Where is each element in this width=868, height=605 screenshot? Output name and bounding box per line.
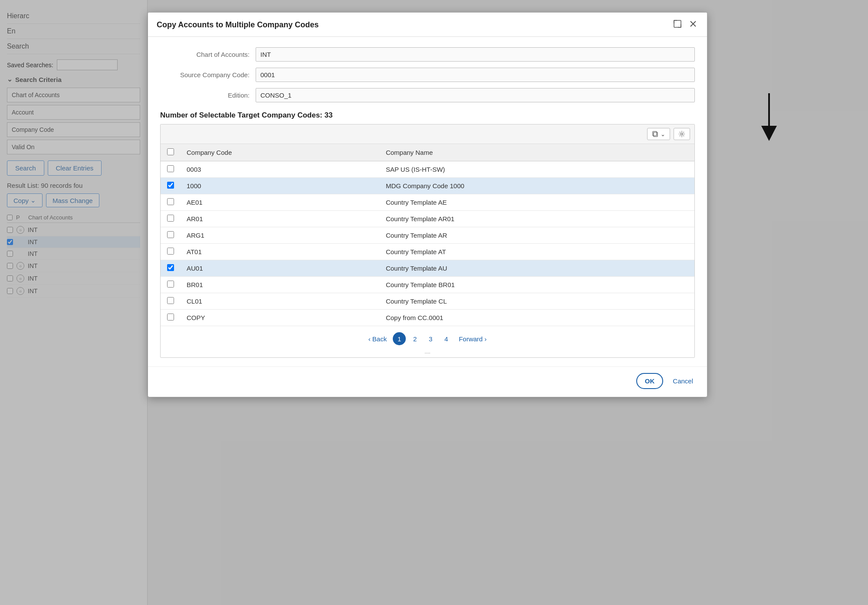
company-code-cell: AT01 xyxy=(181,244,380,260)
row-checkbox[interactable] xyxy=(167,248,174,255)
table-row: CL01Country Template CL xyxy=(161,293,694,310)
copy-icon xyxy=(652,131,659,137)
row-checkbox[interactable] xyxy=(167,215,174,222)
down-arrow xyxy=(756,93,782,141)
chart-of-accounts-input[interactable] xyxy=(256,47,695,62)
company-name-cell: Country Template AT xyxy=(380,244,694,260)
table-row: AR01Country Template AR01 xyxy=(161,211,694,227)
company-name-cell: Country Template CL xyxy=(380,293,694,310)
company-name-header: Company Name xyxy=(380,144,694,161)
edition-input[interactable] xyxy=(256,88,695,102)
page-4-button[interactable]: 4 xyxy=(440,332,453,345)
row-checkbox-cell[interactable] xyxy=(161,244,181,260)
company-name-cell: Copy from CC.0001 xyxy=(380,310,694,326)
table-row: ARG1Country Template AR xyxy=(161,227,694,244)
edition-label: Edition: xyxy=(160,92,256,99)
row-checkbox-cell[interactable] xyxy=(161,211,181,227)
dialog-title: Copy Accounts to Multiple Company Codes xyxy=(157,20,319,29)
company-code-cell: 0003 xyxy=(181,161,380,178)
copy-columns-button[interactable]: ⌄ xyxy=(647,128,670,140)
page-1-button[interactable]: 1 xyxy=(393,332,406,345)
row-checkbox-cell[interactable] xyxy=(161,310,181,326)
table-row: AT01Country Template AT xyxy=(161,244,694,260)
close-dialog-button[interactable] xyxy=(688,20,698,30)
settings-button[interactable] xyxy=(674,128,690,140)
table-toolbar: ⌄ xyxy=(161,124,694,144)
company-name-cell: SAP US (IS-HT-SW) xyxy=(380,161,694,178)
company-code-cell: 1000 xyxy=(181,178,380,194)
company-name-cell: MDG Company Code 1000 xyxy=(380,178,694,194)
row-checkbox[interactable] xyxy=(167,231,174,238)
company-name-cell: Country Template AR xyxy=(380,227,694,244)
table-wrapper: ⌄ Company Code Company Na xyxy=(160,124,695,358)
page-2-button[interactable]: 2 xyxy=(408,332,421,345)
svg-marker-7 xyxy=(761,126,777,141)
cancel-button[interactable]: Cancel xyxy=(669,376,697,386)
company-name-cell: Country Template BR01 xyxy=(380,277,694,293)
table-header-row: Company Code Company Name xyxy=(161,144,694,161)
svg-point-5 xyxy=(681,133,683,135)
company-name-cell: Country Template AU xyxy=(380,260,694,277)
source-company-code-row: Source Company Code: xyxy=(160,68,695,82)
svg-rect-0 xyxy=(674,20,681,27)
company-code-cell: AU01 xyxy=(181,260,380,277)
row-checkbox-cell[interactable] xyxy=(161,178,181,194)
forward-button[interactable]: Forward › xyxy=(455,334,490,344)
page-3-button[interactable]: 3 xyxy=(424,332,437,345)
table-row: 0003SAP US (IS-HT-SW) xyxy=(161,161,694,178)
gear-icon xyxy=(678,131,685,137)
expand-dialog-button[interactable] xyxy=(671,19,684,31)
table-row: BR01Country Template BR01 xyxy=(161,277,694,293)
back-button[interactable]: ‹ Back xyxy=(365,334,391,344)
row-checkbox[interactable] xyxy=(167,198,174,205)
dialog-footer: OK Cancel xyxy=(148,366,707,397)
edition-row: Edition: xyxy=(160,88,695,102)
source-company-code-label: Source Company Code: xyxy=(160,71,256,78)
company-code-cell: AR01 xyxy=(181,211,380,227)
chart-of-accounts-row: Chart of Accounts: xyxy=(160,47,695,62)
dialog-body: Chart of Accounts: Source Company Code: … xyxy=(148,37,707,366)
dropdown-chevron-icon: ⌄ xyxy=(661,131,665,137)
row-checkbox[interactable] xyxy=(167,264,174,271)
select-all-checkbox[interactable] xyxy=(167,148,174,155)
table-row: COPYCopy from CC.0001 xyxy=(161,310,694,326)
ok-button[interactable]: OK xyxy=(636,373,664,389)
table-row: 1000MDG Company Code 1000 xyxy=(161,178,694,194)
pagination-dots: .... xyxy=(161,349,694,357)
row-checkbox-cell[interactable] xyxy=(161,194,181,211)
expand-icon xyxy=(673,20,682,28)
company-code-cell: AE01 xyxy=(181,194,380,211)
company-codes-table: Company Code Company Name 0003SAP US (IS… xyxy=(161,144,694,326)
row-checkbox-cell[interactable] xyxy=(161,161,181,178)
row-checkbox[interactable] xyxy=(167,182,174,189)
row-checkbox[interactable] xyxy=(167,165,174,172)
dialog-titlebar: Copy Accounts to Multiple Company Codes xyxy=(148,13,707,37)
row-checkbox[interactable] xyxy=(167,297,174,304)
dialog: Copy Accounts to Multiple Company Codes … xyxy=(148,12,707,397)
row-checkbox-cell[interactable] xyxy=(161,227,181,244)
pagination: ‹ Back 1 2 3 4 Forward › xyxy=(161,326,694,349)
table-row: AU01Country Template AU xyxy=(161,260,694,277)
company-code-cell: ARG1 xyxy=(181,227,380,244)
table-row: AE01Country Template AE xyxy=(161,194,694,211)
company-name-cell: Country Template AE xyxy=(380,194,694,211)
row-checkbox[interactable] xyxy=(167,314,174,320)
selectable-count: Number of Selectable Target Company Code… xyxy=(160,111,695,120)
company-code-cell: COPY xyxy=(181,310,380,326)
dialog-title-icons xyxy=(671,19,698,31)
company-code-cell: BR01 xyxy=(181,277,380,293)
row-checkbox[interactable] xyxy=(167,281,174,288)
source-company-code-input[interactable] xyxy=(256,68,695,82)
close-icon xyxy=(690,20,697,27)
row-checkbox-cell[interactable] xyxy=(161,260,181,277)
company-code-header: Company Code xyxy=(181,144,380,161)
row-checkbox-cell[interactable] xyxy=(161,293,181,310)
select-all-header[interactable] xyxy=(161,144,181,161)
chart-of-accounts-label: Chart of Accounts: xyxy=(160,51,256,58)
company-name-cell: Country Template AR01 xyxy=(380,211,694,227)
company-code-cell: CL01 xyxy=(181,293,380,310)
row-checkbox-cell[interactable] xyxy=(161,277,181,293)
